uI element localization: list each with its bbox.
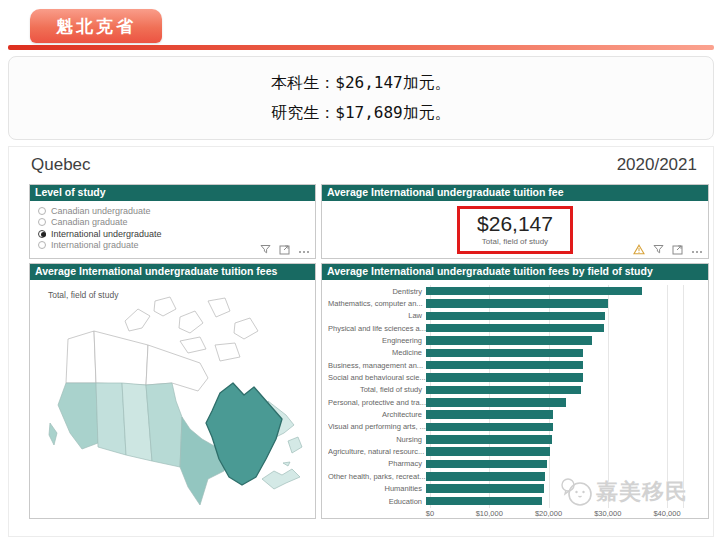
level-of-study-panel: Level of study Canadian undergraduateCan… — [29, 184, 316, 259]
x-axis-tick-label: $20,000 — [535, 509, 562, 518]
bar-category-label: Nursing — [328, 435, 426, 444]
filter-icon[interactable] — [653, 244, 664, 255]
bar-medicine[interactable] — [426, 349, 583, 358]
map-region-arctic-island — [208, 298, 230, 317]
level-of-study-title: Level of study — [30, 185, 315, 201]
focus-mode-icon[interactable] — [279, 244, 290, 255]
bar-row: Business, management an... — [328, 359, 684, 371]
province-badge-label: 魁北克省 — [56, 15, 136, 38]
radio-button-icon[interactable] — [38, 218, 46, 226]
map-region-yukon — [66, 331, 96, 383]
bar-architecture[interactable] — [426, 410, 553, 419]
graduate-fee-text: 研究生：$17,689加元。 — [271, 98, 450, 128]
x-axis-tick-label: $10,000 — [476, 509, 503, 518]
tuition-summary-box: 本科生：$26,147加元。 研究生：$17,689加元。 — [8, 56, 714, 140]
bar-row: Total, field of study — [328, 384, 684, 396]
bar-chart-panel: Average International undergraduate tuit… — [321, 263, 709, 519]
radio-button-icon[interactable] — [38, 207, 46, 215]
undergraduate-fee-text: 本科生：$26,147加元。 — [271, 68, 450, 98]
bar-row: Law — [328, 310, 684, 322]
bar-category-label: Agriculture, natural resourc... — [328, 447, 426, 456]
bar-category-label: Personal, protective and tra... — [328, 398, 426, 407]
bar-row: Dentistry — [328, 285, 684, 297]
bar-category-label: Mathematics, computer an... — [328, 299, 426, 308]
bar-engineering[interactable] — [426, 336, 592, 345]
fee-card-panel: Average International undergraduate tuit… — [321, 184, 709, 259]
bar-category-label: Education — [328, 497, 426, 506]
bar-row: Physical and life sciences a... — [328, 322, 684, 334]
canada-choropleth-map[interactable] — [30, 280, 315, 518]
bar-pharmacy[interactable] — [426, 460, 547, 469]
map-region-arctic-island — [215, 343, 240, 361]
bar-personal-protective-and-tra[interactable] — [426, 398, 566, 407]
bar-row: Pharmacy — [328, 458, 684, 470]
radio-option-label: Canadian graduate — [51, 217, 128, 227]
bar-row: Mathematics, computer an... — [328, 297, 684, 309]
radio-button-icon[interactable] — [38, 241, 46, 249]
x-axis-tick-label: $40,000 — [653, 509, 680, 518]
bar-category-label: Social and behavioural scie... — [328, 373, 426, 382]
bar-total-field-of-study[interactable] — [426, 386, 581, 395]
map-region-alberta — [96, 383, 126, 455]
bar-physical-and-life-sciences-a[interactable] — [426, 324, 604, 333]
bar-visual-and-performing-arts[interactable] — [426, 423, 553, 432]
watermark-logo-icon — [560, 476, 594, 508]
x-axis: $0$10,000$20,000$30,000$40,000 — [430, 507, 684, 519]
map-region-manitoba — [146, 383, 182, 467]
bar-row: Personal, protective and tra... — [328, 396, 684, 408]
bar-category-label: Visual and performing arts, ... — [328, 422, 426, 431]
bar-law[interactable] — [426, 312, 605, 321]
radio-option-label: International undergraduate — [51, 229, 162, 239]
x-axis-tick-label: $30,000 — [594, 509, 621, 518]
radio-option-international-undergraduate[interactable]: International undergraduate — [36, 228, 315, 240]
bar-nursing[interactable] — [426, 435, 552, 444]
bar-row: Social and behavioural scie... — [328, 371, 684, 383]
map-region-british-columbia — [58, 383, 98, 449]
bar-agriculture-natural-resourc[interactable] — [426, 447, 550, 456]
radio-option-label: Canadian undergraduate — [51, 206, 151, 216]
bar-category-label: Other health, parks, recreat... — [328, 472, 426, 481]
fee-caption: Total, field of study — [477, 237, 553, 246]
filter-icon[interactable] — [260, 244, 271, 255]
bar-row: Architecture — [328, 408, 684, 420]
bar-education[interactable] — [426, 497, 542, 506]
bar-category-label: Architecture — [328, 410, 426, 419]
bar-chart-title: Average International undergraduate tuit… — [322, 264, 708, 280]
more-options-icon[interactable] — [691, 244, 703, 255]
bar-category-label: Total, field of study — [328, 385, 426, 394]
bar-row: Engineering — [328, 334, 684, 346]
radio-button-icon[interactable] — [38, 230, 46, 238]
map-region-arctic-island — [234, 318, 258, 339]
bar-business-management-an[interactable] — [426, 361, 583, 370]
bar-social-and-behavioural-scie[interactable] — [426, 373, 583, 382]
map-panel-title: Average International undergraduate tuit… — [30, 264, 315, 280]
map-region-maritimes — [262, 469, 300, 489]
bar-row: Medicine — [328, 347, 684, 359]
dashboard-year: 2020/2021 — [617, 155, 697, 175]
bar-row: Agriculture, natural resourc... — [328, 445, 684, 457]
focus-mode-icon[interactable] — [672, 244, 683, 255]
map-region-nwt — [94, 331, 148, 385]
radio-option-canadian-undergraduate[interactable]: Canadian undergraduate — [36, 205, 315, 217]
bar-row: Nursing — [328, 433, 684, 445]
bar-category-label: Medicine — [328, 348, 426, 357]
more-options-icon[interactable] — [298, 244, 310, 255]
fee-value: $26,147 — [477, 212, 553, 236]
fee-card-title: Average International undergraduate tuit… — [322, 185, 708, 201]
watermark-text: 嘉美移民 — [596, 477, 688, 507]
bar-category-label: Physical and life sciences a... — [328, 324, 426, 333]
radio-option-label: International graduate — [51, 240, 139, 250]
bar-category-label: Pharmacy — [328, 459, 426, 468]
bar-other-health-parks-recreat[interactable] — [426, 472, 545, 481]
bar-mathematics-computer-an[interactable] — [426, 299, 608, 308]
bar-dentistry[interactable] — [426, 287, 642, 296]
warning-triangle-icon[interactable] — [633, 244, 645, 255]
bar-humanities[interactable] — [426, 484, 544, 493]
radio-option-canadian-graduate[interactable]: Canadian graduate — [36, 217, 315, 229]
bar-row: Visual and performing arts, ... — [328, 421, 684, 433]
bar-category-label: Business, management an... — [328, 361, 426, 370]
map-panel: Average International undergraduate tuit… — [29, 263, 316, 519]
map-region-arctic-island — [154, 297, 176, 316]
province-badge: 魁北克省 — [30, 9, 162, 43]
map-region-arctic-island — [180, 337, 206, 353]
